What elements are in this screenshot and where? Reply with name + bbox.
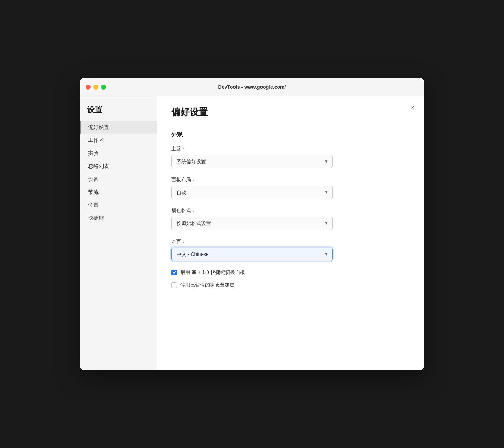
enable-shortcut-checkbox[interactable] (171, 270, 177, 275)
language-group: 语言： 中文 - Chinese English Deutsch Françai… (171, 238, 410, 261)
theme-group: 主题： 系统偏好设置 浅色 深色 ▼ (171, 146, 410, 168)
panel-layout-label: 面板布局： (171, 177, 410, 183)
maximize-window-button[interactable] (101, 85, 106, 90)
sidebar-item-preferences[interactable]: 偏好设置 (80, 121, 157, 134)
devtools-window: DevTools - www.google.com/ 设置 偏好设置 工作区 实… (80, 78, 424, 370)
content-area: 设置 偏好设置 工作区 实验 忽略列表 设备 节流 位置 快捷 (80, 96, 424, 370)
color-format-group: 颜色格式： 按原始格式设置 十六进制 RGB HSL ▼ (171, 207, 410, 230)
page-title: 偏好设置 (171, 106, 410, 118)
close-window-button[interactable] (86, 85, 91, 90)
language-select-wrapper: 中文 - Chinese English Deutsch Français 日本… (171, 248, 333, 261)
theme-label: 主题： (171, 146, 410, 152)
panel-layout-group: 面板布局： 自动 水平 垂直 ▼ (171, 177, 410, 199)
sidebar-heading: 设置 (80, 105, 157, 121)
panel-layout-select[interactable]: 自动 水平 垂直 (171, 186, 333, 199)
color-format-select[interactable]: 按原始格式设置 十六进制 RGB HSL (171, 217, 333, 230)
sidebar-item-experiments[interactable]: 实验 (80, 147, 157, 160)
sidebar-item-workspace[interactable]: 工作区 (80, 134, 157, 147)
disable-paused-overlay-checkbox[interactable] (171, 282, 177, 288)
minimize-window-button[interactable] (93, 85, 98, 90)
enable-shortcut-label[interactable]: 启用 ⌘ + 1-9 快捷键切换面板 (180, 269, 245, 276)
enable-shortcut-group: 启用 ⌘ + 1-9 快捷键切换面板 (171, 269, 410, 276)
sidebar-item-locations[interactable]: 位置 (80, 199, 157, 212)
color-format-label: 颜色格式： (171, 207, 410, 214)
language-select[interactable]: 中文 - Chinese English Deutsch Français 日本… (171, 248, 333, 261)
sidebar-item-ignore-list[interactable]: 忽略列表 (80, 160, 157, 173)
theme-select[interactable]: 系统偏好设置 浅色 深色 (171, 155, 333, 168)
title-divider (171, 123, 410, 123)
appearance-section-title: 外观 (171, 131, 410, 139)
theme-select-wrapper: 系统偏好设置 浅色 深色 ▼ (171, 155, 333, 168)
disable-paused-overlay-group: 停用已暂停的状态叠加层 (171, 282, 410, 288)
close-button[interactable]: × (409, 103, 417, 112)
disable-paused-overlay-label[interactable]: 停用已暂停的状态叠加层 (180, 282, 234, 288)
titlebar: DevTools - www.google.com/ (80, 78, 424, 96)
panel-layout-select-wrapper: 自动 水平 垂直 ▼ (171, 186, 333, 199)
sidebar-item-throttling[interactable]: 节流 (80, 186, 157, 199)
sidebar: 设置 偏好设置 工作区 实验 忽略列表 设备 节流 位置 快捷 (80, 96, 157, 370)
sidebar-item-devices[interactable]: 设备 (80, 173, 157, 186)
traffic-lights (86, 85, 106, 90)
main-content: × 偏好设置 外观 主题： 系统偏好设置 浅色 深色 ▼ 面板布局： (157, 96, 424, 370)
window-title: DevTools - www.google.com/ (218, 84, 286, 90)
sidebar-item-shortcuts[interactable]: 快捷键 (80, 212, 157, 225)
language-label: 语言： (171, 238, 410, 245)
color-format-select-wrapper: 按原始格式设置 十六进制 RGB HSL ▼ (171, 217, 333, 230)
